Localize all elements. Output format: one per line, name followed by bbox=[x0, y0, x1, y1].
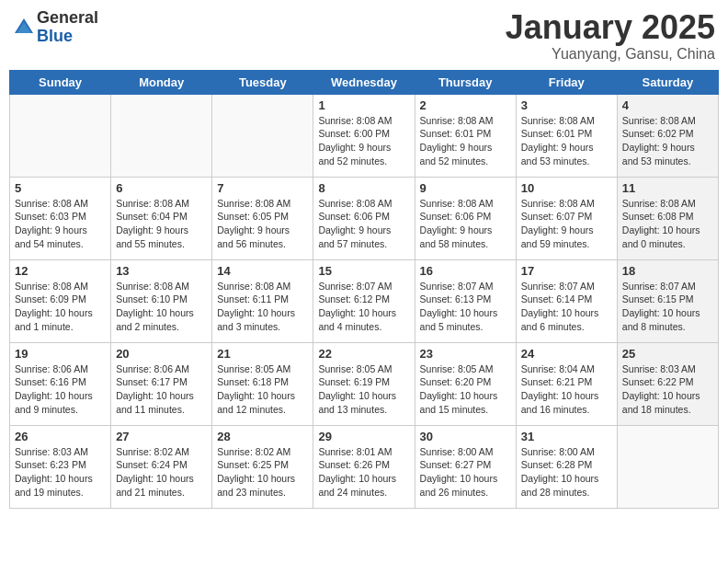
day-info: Sunrise: 8:01 AM Sunset: 6:26 PM Dayligh… bbox=[318, 445, 409, 500]
day-number: 10 bbox=[521, 181, 612, 195]
day-number: 29 bbox=[318, 430, 409, 443]
weekday-header-tuesday: Tuesday bbox=[212, 70, 313, 94]
calendar-cell: 25Sunrise: 8:03 AM Sunset: 6:22 PM Dayli… bbox=[617, 342, 718, 425]
calendar-cell: 12Sunrise: 8:08 AM Sunset: 6:09 PM Dayli… bbox=[10, 259, 111, 342]
day-number: 30 bbox=[420, 430, 511, 443]
day-info: Sunrise: 8:03 AM Sunset: 6:22 PM Dayligh… bbox=[622, 362, 713, 417]
day-number: 4 bbox=[622, 98, 713, 112]
day-number: 7 bbox=[217, 181, 308, 195]
day-info: Sunrise: 8:08 AM Sunset: 6:03 PM Dayligh… bbox=[15, 197, 106, 251]
calendar-cell: 29Sunrise: 8:01 AM Sunset: 6:26 PM Dayli… bbox=[313, 425, 415, 508]
weekday-header-row: SundayMondayTuesdayWednesdayThursdayFrid… bbox=[10, 70, 719, 94]
calendar-cell: 14Sunrise: 8:08 AM Sunset: 6:11 PM Dayli… bbox=[212, 259, 313, 342]
day-info: Sunrise: 8:08 AM Sunset: 6:11 PM Dayligh… bbox=[217, 280, 308, 334]
calendar-cell: 20Sunrise: 8:06 AM Sunset: 6:17 PM Dayli… bbox=[111, 342, 212, 425]
calendar-cell: 6Sunrise: 8:08 AM Sunset: 6:04 PM Daylig… bbox=[111, 177, 212, 259]
calendar-cell bbox=[111, 94, 212, 177]
logo-blue: Blue bbox=[37, 28, 98, 46]
day-number: 21 bbox=[217, 347, 308, 361]
day-info: Sunrise: 8:02 AM Sunset: 6:24 PM Dayligh… bbox=[116, 445, 207, 500]
weekday-header-thursday: Thursday bbox=[415, 70, 516, 94]
day-info: Sunrise: 8:03 AM Sunset: 6:23 PM Dayligh… bbox=[15, 445, 106, 500]
day-info: Sunrise: 8:07 AM Sunset: 6:14 PM Dayligh… bbox=[521, 280, 612, 334]
calendar-cell bbox=[617, 425, 718, 508]
day-number: 26 bbox=[15, 430, 106, 443]
day-number: 6 bbox=[116, 181, 207, 195]
logo-text: General Blue bbox=[37, 9, 98, 46]
logo-icon bbox=[13, 17, 35, 39]
day-info: Sunrise: 8:02 AM Sunset: 6:25 PM Dayligh… bbox=[217, 445, 308, 500]
day-info: Sunrise: 8:08 AM Sunset: 6:09 PM Dayligh… bbox=[15, 280, 106, 334]
day-info: Sunrise: 8:06 AM Sunset: 6:17 PM Dayligh… bbox=[116, 362, 207, 417]
day-number: 20 bbox=[116, 347, 207, 361]
calendar-table: SundayMondayTuesdayWednesdayThursdayFrid… bbox=[9, 70, 719, 509]
month-title: January 2025 bbox=[506, 9, 715, 46]
day-number: 28 bbox=[217, 430, 308, 443]
day-number: 9 bbox=[420, 181, 511, 195]
day-number: 8 bbox=[318, 181, 409, 195]
day-info: Sunrise: 8:08 AM Sunset: 6:04 PM Dayligh… bbox=[116, 197, 207, 251]
calendar-week-row: 1Sunrise: 8:08 AM Sunset: 6:00 PM Daylig… bbox=[10, 94, 719, 177]
calendar-cell: 19Sunrise: 8:06 AM Sunset: 6:16 PM Dayli… bbox=[10, 342, 111, 425]
day-info: Sunrise: 8:06 AM Sunset: 6:16 PM Dayligh… bbox=[15, 362, 106, 417]
day-number: 27 bbox=[116, 430, 207, 443]
calendar-cell: 5Sunrise: 8:08 AM Sunset: 6:03 PM Daylig… bbox=[10, 177, 111, 259]
day-number: 3 bbox=[521, 98, 612, 112]
weekday-header-sunday: Sunday bbox=[10, 70, 111, 94]
day-info: Sunrise: 8:05 AM Sunset: 6:18 PM Dayligh… bbox=[217, 362, 308, 417]
day-number: 11 bbox=[622, 181, 713, 195]
weekday-header-friday: Friday bbox=[516, 70, 617, 94]
calendar-cell: 4Sunrise: 8:08 AM Sunset: 6:02 PM Daylig… bbox=[617, 94, 718, 177]
day-info: Sunrise: 8:08 AM Sunset: 6:06 PM Dayligh… bbox=[318, 197, 409, 251]
day-info: Sunrise: 8:07 AM Sunset: 6:13 PM Dayligh… bbox=[420, 280, 511, 334]
weekday-header-wednesday: Wednesday bbox=[313, 70, 415, 94]
calendar-cell: 27Sunrise: 8:02 AM Sunset: 6:24 PM Dayli… bbox=[111, 425, 212, 508]
calendar-cell: 28Sunrise: 8:02 AM Sunset: 6:25 PM Dayli… bbox=[212, 425, 313, 508]
day-info: Sunrise: 8:07 AM Sunset: 6:12 PM Dayligh… bbox=[318, 280, 409, 334]
day-info: Sunrise: 8:05 AM Sunset: 6:20 PM Dayligh… bbox=[420, 362, 511, 417]
calendar-cell: 2Sunrise: 8:08 AM Sunset: 6:01 PM Daylig… bbox=[415, 94, 516, 177]
calendar-cell: 26Sunrise: 8:03 AM Sunset: 6:23 PM Dayli… bbox=[10, 425, 111, 508]
calendar-cell: 7Sunrise: 8:08 AM Sunset: 6:05 PM Daylig… bbox=[212, 177, 313, 259]
day-info: Sunrise: 8:08 AM Sunset: 6:08 PM Dayligh… bbox=[622, 197, 713, 251]
calendar-cell: 30Sunrise: 8:00 AM Sunset: 6:27 PM Dayli… bbox=[415, 425, 516, 508]
calendar-cell: 1Sunrise: 8:08 AM Sunset: 6:00 PM Daylig… bbox=[313, 94, 415, 177]
day-info: Sunrise: 8:08 AM Sunset: 6:00 PM Dayligh… bbox=[318, 114, 409, 168]
calendar-cell: 13Sunrise: 8:08 AM Sunset: 6:10 PM Dayli… bbox=[111, 259, 212, 342]
calendar-cell: 17Sunrise: 8:07 AM Sunset: 6:14 PM Dayli… bbox=[516, 259, 617, 342]
day-number: 14 bbox=[217, 264, 308, 278]
calendar-cell: 24Sunrise: 8:04 AM Sunset: 6:21 PM Dayli… bbox=[516, 342, 617, 425]
day-info: Sunrise: 8:00 AM Sunset: 6:27 PM Dayligh… bbox=[420, 445, 511, 500]
day-info: Sunrise: 8:08 AM Sunset: 6:05 PM Dayligh… bbox=[217, 197, 308, 251]
calendar-week-row: 5Sunrise: 8:08 AM Sunset: 6:03 PM Daylig… bbox=[10, 177, 719, 259]
calendar-week-row: 12Sunrise: 8:08 AM Sunset: 6:09 PM Dayli… bbox=[10, 259, 719, 342]
calendar-cell: 10Sunrise: 8:08 AM Sunset: 6:07 PM Dayli… bbox=[516, 177, 617, 259]
day-number: 18 bbox=[622, 264, 713, 278]
day-number: 24 bbox=[521, 347, 612, 361]
day-number: 31 bbox=[521, 430, 612, 443]
calendar-cell: 21Sunrise: 8:05 AM Sunset: 6:18 PM Dayli… bbox=[212, 342, 313, 425]
day-info: Sunrise: 8:08 AM Sunset: 6:02 PM Dayligh… bbox=[622, 114, 713, 168]
day-number: 2 bbox=[420, 98, 511, 112]
calendar-cell bbox=[212, 94, 313, 177]
day-number: 1 bbox=[318, 98, 409, 112]
calendar-cell: 15Sunrise: 8:07 AM Sunset: 6:12 PM Dayli… bbox=[313, 259, 415, 342]
calendar-cell: 23Sunrise: 8:05 AM Sunset: 6:20 PM Dayli… bbox=[415, 342, 516, 425]
calendar-cell: 8Sunrise: 8:08 AM Sunset: 6:06 PM Daylig… bbox=[313, 177, 415, 259]
day-info: Sunrise: 8:08 AM Sunset: 6:06 PM Dayligh… bbox=[420, 197, 511, 251]
weekday-header-monday: Monday bbox=[111, 70, 212, 94]
calendar-cell: 22Sunrise: 8:05 AM Sunset: 6:19 PM Dayli… bbox=[313, 342, 415, 425]
day-number: 15 bbox=[318, 264, 409, 278]
calendar-cell: 31Sunrise: 8:00 AM Sunset: 6:28 PM Dayli… bbox=[516, 425, 617, 508]
day-info: Sunrise: 8:08 AM Sunset: 6:01 PM Dayligh… bbox=[521, 114, 612, 168]
calendar-cell: 9Sunrise: 8:08 AM Sunset: 6:06 PM Daylig… bbox=[415, 177, 516, 259]
day-number: 13 bbox=[116, 264, 207, 278]
day-number: 25 bbox=[622, 347, 713, 361]
calendar-week-row: 19Sunrise: 8:06 AM Sunset: 6:16 PM Dayli… bbox=[10, 342, 719, 425]
location: Yuanyang, Gansu, China bbox=[506, 46, 715, 63]
day-info: Sunrise: 8:07 AM Sunset: 6:15 PM Dayligh… bbox=[622, 280, 713, 334]
calendar-cell: 3Sunrise: 8:08 AM Sunset: 6:01 PM Daylig… bbox=[516, 94, 617, 177]
day-number: 22 bbox=[318, 347, 409, 361]
logo-general: General bbox=[37, 9, 98, 28]
calendar-cell: 11Sunrise: 8:08 AM Sunset: 6:08 PM Dayli… bbox=[617, 177, 718, 259]
